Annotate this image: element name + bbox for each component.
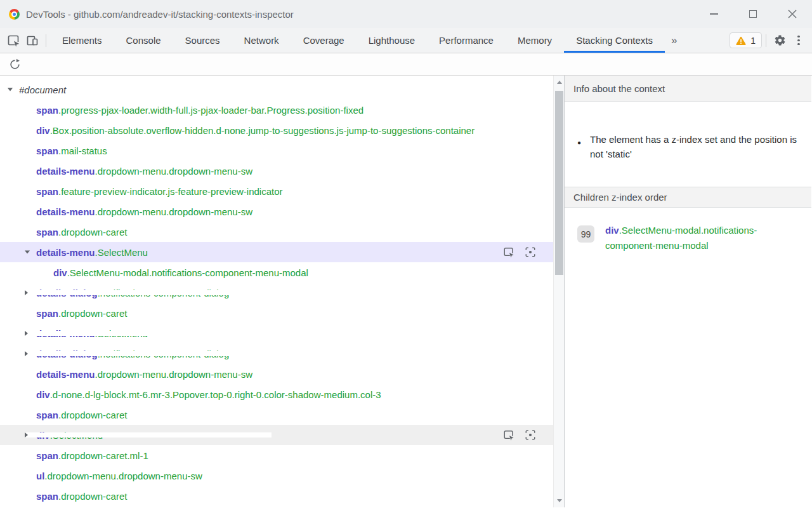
settings-button[interactable]: [770, 32, 789, 50]
node-tag-name: #document: [19, 84, 66, 95]
inspect-cursor-icon: [7, 34, 20, 47]
inspect-cursor-icon: [503, 246, 514, 258]
tree-row[interactable]: span.mail-status: [0, 140, 564, 161]
tree-row[interactable]: span.dropdown-caret.ml-1: [0, 445, 564, 465]
expand-arrow-closed-icon[interactable]: [25, 432, 272, 438]
more-options-button[interactable]: [789, 32, 808, 50]
child-node-label[interactable]: div.SelectMenu-modal.notifications-compo…: [605, 223, 771, 253]
panel-toolbar: [0, 53, 812, 76]
tree-row[interactable]: details-dialog.notifications-component-d…: [0, 344, 564, 364]
node-tag-name: span: [36, 145, 58, 156]
close-icon: [788, 10, 797, 18]
tree-row[interactable]: div.SelectMenu: [0, 425, 564, 445]
context-info-panel: Info about the context ●The element has …: [565, 76, 811, 507]
scroll-up-button[interactable]: [554, 77, 565, 88]
row-actions: [503, 246, 536, 258]
refresh-icon: [9, 58, 21, 70]
node-tag-name: span: [36, 491, 58, 502]
tree-row[interactable]: ul.dropdown-menu.dropdown-menu-sw: [0, 465, 564, 486]
tree-row[interactable]: span.progress-pjax-loader.width-full.js-…: [0, 100, 564, 120]
toolbar-separator: [46, 34, 46, 47]
tab-sources[interactable]: Sources: [173, 28, 232, 53]
tree-row[interactable]: span.dropdown-caret: [0, 486, 564, 506]
tab-network[interactable]: Network: [232, 28, 291, 53]
node-tag-name: details-menu: [36, 369, 95, 380]
expand-arrow-open-icon[interactable]: [25, 251, 30, 254]
children-section-header: Children z-index order: [565, 187, 811, 208]
window-controls: [694, 0, 812, 28]
gear-icon: [774, 34, 786, 46]
maximize-button[interactable]: [733, 0, 773, 28]
node-class-list: .SelectMenu: [95, 247, 148, 258]
node-class-list: .dropdown-caret: [58, 491, 127, 502]
tree-row[interactable]: div.Box.position-absolute.overflow-hidde…: [0, 120, 564, 140]
children-section-title: Children z-index order: [573, 192, 667, 203]
node-tag-name: span: [36, 410, 58, 420]
node-class-list: .mail-status: [58, 145, 107, 156]
minimize-icon: [710, 13, 718, 15]
scrollbar[interactable]: [553, 76, 564, 507]
node-tag-name: span: [36, 105, 58, 116]
tree-row[interactable]: div.SelectMenu-modal.notifications-compo…: [0, 262, 564, 283]
refresh-button[interactable]: [5, 55, 24, 73]
device-toolbar-icon: [26, 34, 39, 47]
node-tag-name: span: [36, 186, 58, 197]
info-list-item: ●The element has a z-index set and the p…: [577, 132, 797, 161]
node-class-list: .d-none.d-lg-block.mt-6.mr-3.Popover.top…: [50, 389, 381, 400]
tree-row[interactable]: #document: [0, 79, 564, 100]
tree-row[interactable]: details-dialog.notifications-component-d…: [0, 283, 564, 303]
tab-lighthouse[interactable]: Lighthouse: [357, 28, 427, 53]
node-class-list: .dropdown-caret: [58, 410, 127, 420]
expand-arrow-closed-icon[interactable]: [25, 351, 272, 356]
tree-row[interactable]: div.d-none.d-lg-block.mt-6.mr-3.Popover.…: [0, 384, 564, 404]
contexts-tree-panel: #documentspan.progress-pjax-loader.width…: [0, 76, 565, 507]
inspect-element-button[interactable]: [503, 246, 514, 258]
device-toolbar-button[interactable]: [23, 32, 42, 50]
tab-elements[interactable]: Elements: [50, 28, 114, 53]
tree-row[interactable]: span.dropdown-caret: [0, 222, 564, 242]
expand-arrow-open-icon[interactable]: [8, 88, 13, 91]
info-section-header: Info about the context: [565, 76, 811, 102]
inspect-element-button[interactable]: [503, 429, 514, 441]
expand-arrow-closed-icon[interactable]: [25, 331, 272, 336]
tree-row[interactable]: details-menu.dropdown-menu.dropdown-menu…: [0, 201, 564, 222]
node-class-list: .dropdown-caret.ml-1: [58, 450, 148, 461]
node-tag-name: div: [36, 125, 50, 136]
node-tag-name: span: [36, 227, 58, 237]
tab-performance[interactable]: Performance: [427, 28, 506, 53]
main-content: #documentspan.progress-pjax-loader.width…: [0, 76, 812, 507]
tree-row[interactable]: details-menu.dropdown-menu.dropdown-menu…: [0, 161, 564, 181]
tab-memory[interactable]: Memory: [506, 28, 564, 53]
tab-stacking-contexts[interactable]: Stacking Contexts: [564, 28, 665, 53]
arrow-down-icon: [557, 499, 562, 502]
info-text: The element has a z-index set and the po…: [590, 132, 797, 161]
node-tag-name: span: [36, 450, 58, 461]
node-tag-name: details-menu: [36, 247, 95, 258]
tree-row[interactable]: span.feature-preview-indicator.js-featur…: [0, 181, 564, 201]
node-class-list: .dropdown-menu.dropdown-menu-sw: [95, 369, 252, 380]
tree-row[interactable]: details-menu.dropdown-menu.dropdown-menu…: [0, 364, 564, 384]
scrollbar-thumb[interactable]: [555, 91, 563, 275]
scroll-into-view-button[interactable]: [525, 429, 536, 441]
node-class-list: .SelectMenu-modal.notifications-componen…: [605, 225, 757, 251]
more-tabs-button[interactable]: »: [665, 29, 683, 53]
close-button[interactable]: [773, 0, 812, 28]
tree-row[interactable]: span.dropdown-caret: [0, 303, 564, 323]
issues-badge[interactable]: 1: [730, 32, 762, 48]
tab-coverage[interactable]: Coverage: [291, 28, 357, 53]
warning-icon: [736, 36, 746, 45]
tab-console[interactable]: Console: [114, 28, 173, 53]
tree-row[interactable]: details-menu.SelectMenu: [0, 323, 564, 344]
chrome-logo-icon: [9, 9, 20, 20]
child-context-item[interactable]: 99div.SelectMenu-modal.notifications-com…: [577, 223, 799, 253]
node-class-list: .dropdown-caret: [58, 308, 127, 319]
expand-arrow-closed-icon[interactable]: [25, 290, 272, 295]
window-title: DevTools - github.com/andreadev-it/stack…: [26, 9, 294, 20]
tree-row[interactable]: details-menu.SelectMenu: [0, 242, 564, 262]
scroll-into-view-button[interactable]: [525, 246, 536, 258]
inspect-element-button[interactable]: [4, 32, 23, 50]
minimize-button[interactable]: [694, 0, 733, 28]
devtools-tab-bar: ElementsConsoleSourcesNetworkCoverageLig…: [0, 28, 812, 53]
tree-row[interactable]: span.dropdown-caret: [0, 404, 564, 425]
scroll-down-button[interactable]: [554, 495, 565, 506]
